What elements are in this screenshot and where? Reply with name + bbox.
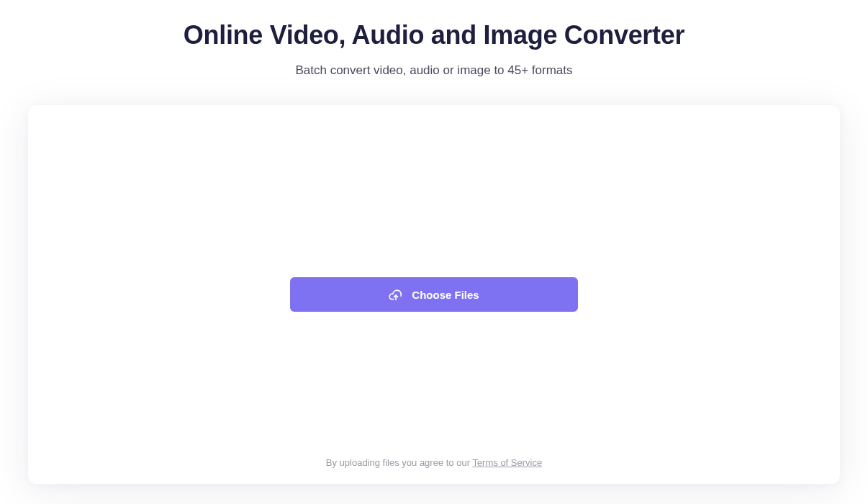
- terms-of-service-link[interactable]: Terms of Service: [472, 457, 542, 468]
- cloud-upload-icon: [389, 287, 403, 302]
- choose-files-label: Choose Files: [412, 289, 479, 301]
- page-container: Online Video, Audio and Image Converter …: [0, 0, 868, 504]
- terms-agreement-text: By uploading files you agree to our Term…: [326, 457, 542, 468]
- choose-files-button[interactable]: Choose Files: [290, 277, 578, 312]
- page-title: Online Video, Audio and Image Converter: [184, 20, 684, 50]
- terms-prefix: By uploading files you agree to our: [326, 457, 473, 468]
- upload-card: Choose Files By uploading files you agre…: [28, 105, 840, 484]
- page-subtitle: Batch convert video, audio or image to 4…: [295, 63, 572, 78]
